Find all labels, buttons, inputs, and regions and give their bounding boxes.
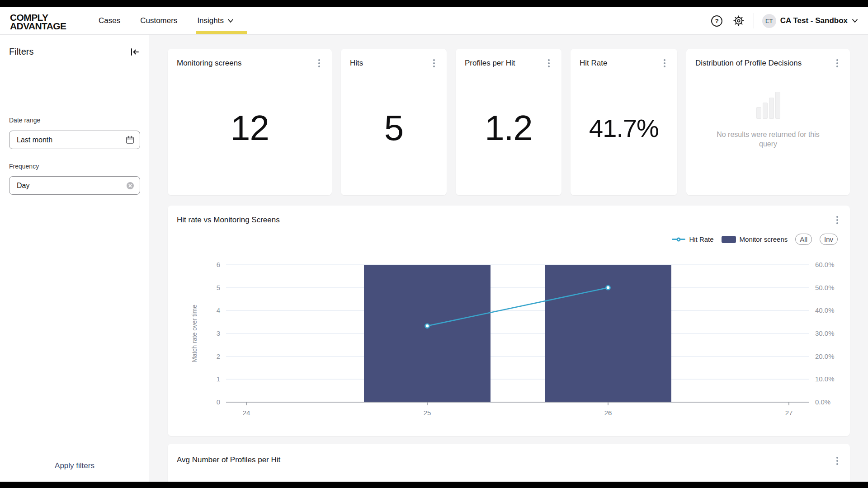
clear-circle-icon[interactable]	[126, 182, 134, 190]
avatar: ET	[762, 14, 776, 28]
chevron-down-icon	[227, 19, 234, 23]
svg-text:6: 6	[217, 261, 220, 268]
svg-text:26: 26	[604, 409, 612, 417]
stat-value: 5	[341, 107, 447, 148]
svg-text:3: 3	[217, 329, 220, 337]
nav-item-customers-label: Customers	[140, 16, 177, 25]
top-navigation-bar: COMPLY ADVANTAGE Cases Customers Insight…	[0, 7, 868, 35]
top-letterbox	[0, 0, 868, 7]
svg-text:20.0%: 20.0%	[815, 352, 835, 360]
stat-value: 12	[168, 107, 332, 148]
kebab-icon	[664, 62, 665, 64]
nav-item-customers[interactable]: Customers	[140, 16, 177, 25]
stat-value: 41.7%	[571, 113, 677, 142]
date-range-input[interactable]: Last month	[9, 131, 140, 149]
card-title: Avg Number of Profiles per Hit	[177, 455, 280, 465]
stat-card-title: Distribution of Profile Decisions	[695, 59, 802, 68]
calendar-icon	[126, 136, 134, 144]
stat-card-title: Hit Rate	[580, 59, 607, 68]
svg-text:5: 5	[217, 284, 220, 291]
gear-icon	[732, 14, 745, 27]
settings-button[interactable]	[732, 14, 745, 28]
date-range-value: Last month	[17, 136, 126, 144]
collapse-sidebar-icon[interactable]	[130, 47, 140, 56]
svg-text:Match rate over time: Match rate over time	[191, 305, 198, 362]
kebab-menu-button[interactable]	[313, 57, 326, 70]
question-circle-icon: ?	[711, 15, 723, 27]
svg-text:10.0%: 10.0%	[815, 375, 835, 383]
stat-card-profiles-per-hit: Profiles per Hit 1.2	[456, 49, 561, 195]
header-divider	[754, 13, 754, 28]
account-menu[interactable]: ET CA Test - Sandbox	[762, 14, 858, 28]
apply-filters-link[interactable]: Apply filters	[0, 461, 149, 470]
svg-text:1: 1	[217, 375, 220, 383]
nav-item-cases[interactable]: Cases	[99, 16, 120, 25]
kebab-menu-button[interactable]	[831, 455, 844, 467]
primary-nav: Cases Customers Insights	[99, 7, 234, 34]
svg-text:4: 4	[217, 306, 220, 314]
svg-text:50.0%: 50.0%	[815, 284, 835, 291]
frequency-input[interactable]: Day	[9, 176, 140, 195]
svg-text:24: 24	[243, 409, 250, 417]
kebab-icon	[836, 62, 838, 64]
svg-text:30.0%: 30.0%	[815, 329, 835, 337]
nav-item-cases-label: Cases	[99, 16, 120, 25]
kebab-icon	[836, 460, 838, 462]
svg-text:40.0%: 40.0%	[815, 306, 835, 314]
frequency-value: Day	[17, 182, 126, 190]
stat-card-profile-decisions: Distribution of Profile Decisions No res…	[686, 49, 850, 195]
filters-sidebar: Filters Date range Last month Frequency	[0, 35, 149, 482]
hit-rate-chart-card: Hit rate vs Monitoring Screens Hit Rate …	[168, 206, 850, 436]
header-actions: ? ET	[710, 7, 858, 34]
stat-card-title: Hits	[350, 59, 363, 68]
stat-card-hits: Hits 5	[341, 49, 447, 195]
stat-card-title: Monitoring screens	[177, 59, 242, 68]
svg-text:25: 25	[424, 409, 431, 417]
empty-state-message: No results were returned for this query	[707, 130, 829, 149]
kebab-icon	[548, 62, 550, 64]
stat-value: 1.2	[456, 107, 561, 148]
stat-card-title: Profiles per Hit	[465, 59, 515, 68]
kebab-menu-button[interactable]	[831, 57, 844, 70]
logo-line-2: ADVANTAGE	[10, 22, 66, 30]
hit-rate-vs-monitoring-screens-chart[interactable]: 01234560.0%10.0%20.0%30.0%40.0%50.0%60.0…	[168, 206, 850, 436]
chevron-down-icon	[852, 19, 858, 23]
stats-row: Monitoring screens 12 Hits 5 Profiles pe…	[168, 49, 850, 195]
account-name: CA Test - Sandbox	[780, 16, 848, 25]
svg-text:0.0%: 0.0%	[815, 398, 830, 406]
svg-text:?: ?	[715, 18, 719, 24]
kebab-menu-button[interactable]	[542, 57, 555, 70]
comply-advantage-logo[interactable]: COMPLY ADVANTAGE	[10, 13, 66, 30]
stat-card-monitoring-screens: Monitoring screens 12	[168, 49, 332, 195]
nav-item-insights-label: Insights	[197, 16, 224, 25]
date-range-label: Date range	[9, 117, 40, 124]
kebab-menu-button[interactable]	[428, 57, 440, 70]
app-root: COMPLY ADVANTAGE Cases Customers Insight…	[0, 0, 868, 488]
avatar-initials: ET	[765, 18, 773, 24]
kebab-icon	[433, 62, 435, 64]
svg-text:0: 0	[217, 398, 220, 406]
kebab-icon	[318, 62, 320, 64]
active-tab-underline	[196, 31, 247, 34]
empty-state: No results were returned for this query	[686, 92, 850, 149]
stat-card-hit-rate: Hit Rate 41.7%	[571, 49, 677, 195]
bottom-letterbox	[0, 482, 868, 488]
svg-text:2: 2	[217, 352, 220, 360]
nav-item-insights[interactable]: Insights	[197, 16, 234, 25]
filters-title: Filters	[9, 47, 33, 57]
frequency-label: Frequency	[9, 163, 39, 170]
help-button[interactable]: ?	[710, 14, 724, 28]
svg-text:60.0%: 60.0%	[815, 261, 835, 268]
svg-text:27: 27	[785, 409, 793, 417]
kebab-menu-button[interactable]	[658, 57, 671, 70]
ascending-bars-icon	[756, 92, 780, 119]
